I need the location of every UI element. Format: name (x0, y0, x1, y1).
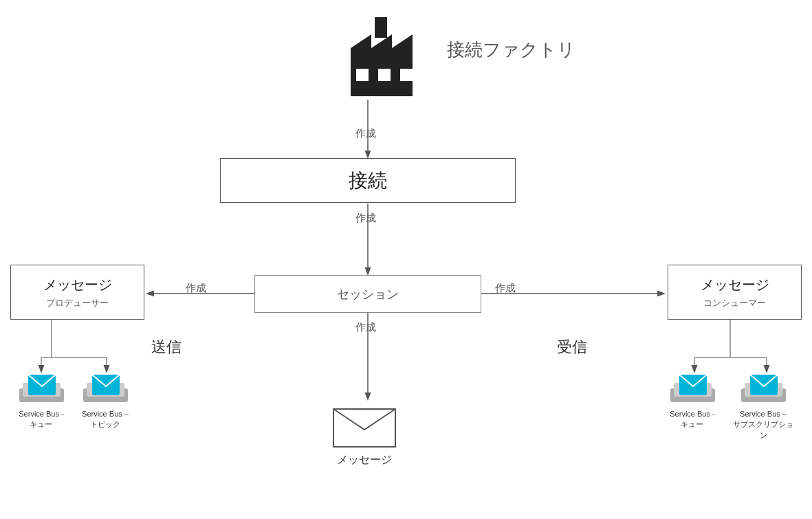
create-label-5: 作成 (355, 321, 376, 334)
create-label-4: 作成 (495, 282, 516, 295)
sb-queue-right-label: Service Bus - キュー (670, 409, 714, 430)
send-label: 送信 (151, 337, 182, 357)
factory-label: 接続ファクトリ (447, 38, 575, 62)
connection-label: 接続 (349, 168, 387, 194)
sb-queue-left-label: Service Bus - キュー (19, 409, 63, 430)
sb-queue-right: Service Bus - キュー (661, 369, 723, 430)
sb-topic-left: Service Bus – トピック (74, 369, 136, 430)
svg-rect-18 (378, 69, 391, 81)
producer-title: メッセージ (43, 276, 112, 294)
message-label: メッセージ (337, 453, 392, 467)
factory-icon (330, 7, 440, 99)
session-label: セッション (337, 286, 399, 302)
svg-rect-19 (400, 69, 413, 81)
create-label-3: 作成 (186, 282, 206, 295)
producer-box: メッセージ プロデューサー (10, 265, 144, 320)
consumer-title: メッセージ (701, 276, 769, 294)
sb-topic-left-label: Service Bus – トピック (82, 409, 129, 430)
sb-subscription-right: Service Bus – サブスクリプション (732, 369, 794, 441)
producer-subtitle: プロデューサー (46, 297, 109, 309)
create-label-1: 作成 (355, 127, 376, 140)
consumer-subtitle: コンシューマー (703, 297, 766, 309)
connection-box: 接続 (220, 158, 516, 203)
session-box: セッション (254, 275, 481, 313)
create-label-2: 作成 (355, 212, 376, 225)
svg-rect-17 (356, 69, 369, 81)
consumer-box: メッセージ コンシューマー (668, 265, 802, 320)
sb-subscription-right-label: Service Bus – サブスクリプション (732, 409, 794, 441)
diagram: 接続ファクトリ 作成 接続 作成 セッション 作成 作成 作成 メッセージ プロ… (0, 0, 812, 519)
svg-marker-15 (351, 34, 413, 96)
svg-rect-16 (375, 17, 387, 38)
message-envelope: メッセージ (330, 399, 399, 467)
sb-queue-left: Service Bus - キュー (10, 369, 72, 430)
receive-label: 受信 (557, 337, 587, 357)
